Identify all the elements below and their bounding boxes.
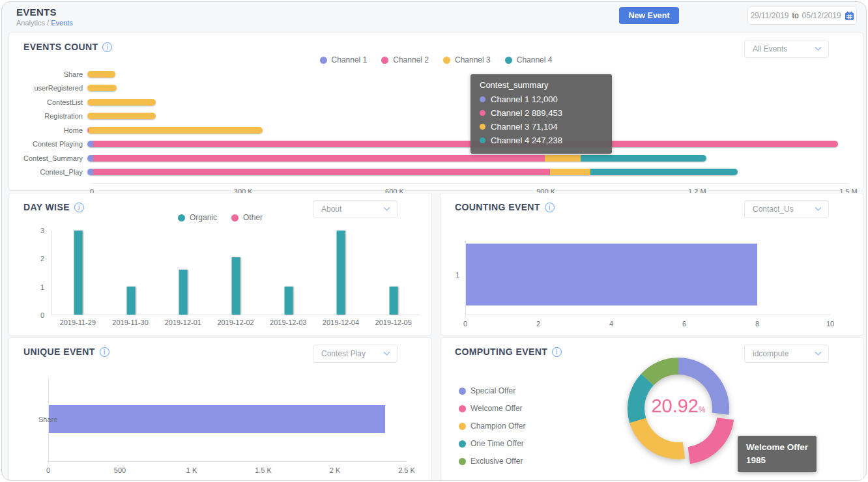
axis-tick-label: 2019-11-30 xyxy=(104,319,157,326)
bar-segment[interactable] xyxy=(87,141,93,147)
axis-tick-label: 1 xyxy=(40,283,44,291)
bar-category-label: Registration xyxy=(23,112,87,120)
tooltip-series-dot xyxy=(480,124,485,130)
axis-tick-label: 1 K xyxy=(186,466,197,474)
bar-column xyxy=(157,231,210,315)
panel-day-wise-title: DAY WISE i xyxy=(23,202,84,212)
counting-event-dropdown[interactable]: Contact_Us xyxy=(744,200,829,218)
bar-segment[interactable] xyxy=(87,99,156,106)
bar-segment[interactable] xyxy=(89,127,263,134)
bar-segment[interactable] xyxy=(590,169,738,175)
legend-item[interactable]: Special Offer xyxy=(459,386,526,395)
legend-label: Exclusive Offer xyxy=(470,457,523,466)
bar-segment[interactable] xyxy=(87,155,93,162)
legend-item[interactable]: Champion Offer xyxy=(459,421,526,431)
bar[interactable] xyxy=(337,231,345,315)
bar-category-label: Contest_Play xyxy=(23,168,87,176)
bar-track xyxy=(87,141,848,147)
axis-tick-label: 2 xyxy=(40,255,44,262)
axis-tick-label: 2019-12-04 xyxy=(315,319,368,326)
legend-label: Other xyxy=(243,213,263,222)
unique-event-dropdown[interactable]: Contest Play xyxy=(313,345,398,363)
bar-row: Contest Playing xyxy=(23,137,848,152)
bar-segment[interactable] xyxy=(87,169,93,175)
bar-column xyxy=(210,231,263,315)
donut-slice[interactable] xyxy=(629,418,685,459)
new-event-button[interactable]: New Event xyxy=(619,7,679,24)
bar-segment[interactable] xyxy=(87,113,156,119)
page-title: EVENTS xyxy=(16,7,57,18)
bar-segment[interactable] xyxy=(87,85,117,91)
legend-item[interactable]: Channel 4 xyxy=(505,55,553,64)
axis-tick-label: 2019-11-29 xyxy=(51,319,104,326)
legend-label: Channel 3 xyxy=(455,55,491,64)
stacked-bar[interactable] xyxy=(87,127,263,134)
bar-category-label: ContestList xyxy=(23,98,87,106)
legend-dot xyxy=(459,388,466,395)
legend-label: Welcome Offer xyxy=(470,404,523,413)
tooltip-series-dot xyxy=(480,137,485,143)
legend-item[interactable]: Exclusive Offer xyxy=(459,457,526,466)
stacked-bar[interactable] xyxy=(87,85,117,91)
panel-computing-event: COMPUTING EVENT i idcompute Special Offe… xyxy=(440,337,863,481)
bar-segment[interactable] xyxy=(550,169,590,175)
axis-tick-label: 1.5 K xyxy=(255,466,272,474)
tooltip-row: Channel 4 247,238 xyxy=(480,134,603,147)
breadcrumb-current[interactable]: Events xyxy=(51,19,73,27)
legend-dot xyxy=(178,214,185,221)
info-icon[interactable]: i xyxy=(545,203,555,212)
bar[interactable] xyxy=(74,231,83,315)
stacked-bar[interactable] xyxy=(87,155,706,162)
bar-track xyxy=(87,71,848,78)
bar-segment[interactable] xyxy=(93,141,838,147)
donut-slice[interactable] xyxy=(688,418,734,464)
bar[interactable] xyxy=(466,244,757,305)
tooltip-row-text: Channel 2 889,453 xyxy=(491,106,562,120)
panel-events-count: EVENTS COUNT i All Events Channel 1Chann… xyxy=(8,33,863,191)
chevron-down-icon xyxy=(384,348,390,355)
legend-label: Special Offer xyxy=(470,386,515,395)
stacked-bar[interactable] xyxy=(87,113,156,119)
bar-segment[interactable] xyxy=(87,71,115,78)
legend-item[interactable]: Channel 2 xyxy=(381,55,429,64)
computing-event-dropdown[interactable]: idcompute xyxy=(744,345,829,363)
legend-item[interactable]: One Time Offer xyxy=(459,439,526,448)
info-icon[interactable]: i xyxy=(102,42,112,52)
bar-track xyxy=(87,99,848,106)
events-count-legend: Channel 1Channel 2Channel 3Channel 4 xyxy=(9,55,863,64)
bar-segment[interactable] xyxy=(545,155,581,162)
bar-segment[interactable] xyxy=(93,169,550,175)
stacked-bar[interactable] xyxy=(87,169,738,175)
info-icon[interactable]: i xyxy=(74,203,84,212)
stacked-bar[interactable] xyxy=(87,71,115,78)
legend-item[interactable]: Welcome Offer xyxy=(459,404,526,413)
legend-item[interactable]: Other xyxy=(231,213,263,222)
bar-segment[interactable] xyxy=(581,155,706,162)
bar[interactable] xyxy=(389,287,398,315)
legend-item[interactable]: Channel 3 xyxy=(443,55,491,64)
axis-tick-label: 2019-12-03 xyxy=(262,319,315,326)
bar-column xyxy=(105,231,158,315)
unique-event-chart: Share xyxy=(48,377,407,462)
calendar-icon xyxy=(845,11,854,21)
axis-tick-label: 10 xyxy=(826,320,834,328)
bar[interactable] xyxy=(232,257,240,315)
stacked-bar[interactable] xyxy=(87,141,838,147)
bar[interactable] xyxy=(49,405,385,433)
panel-title-text: UNIQUE EVENT xyxy=(23,347,95,357)
bar-row: Contest_Play xyxy=(23,165,848,180)
bar[interactable] xyxy=(284,287,293,315)
info-icon[interactable]: i xyxy=(100,347,109,357)
legend-item[interactable]: Channel 1 xyxy=(320,55,368,64)
stacked-bar[interactable] xyxy=(87,99,156,106)
bar[interactable] xyxy=(126,287,135,315)
bar-segment[interactable] xyxy=(93,155,545,162)
legend-dot xyxy=(320,57,327,64)
date-range-picker[interactable]: 29/11/2019 to 05/12/2019 xyxy=(747,7,857,25)
tooltip-row-text: Channel 3 71,104 xyxy=(491,120,558,134)
breadcrumb-parent[interactable]: Analytics / xyxy=(16,19,49,27)
info-icon[interactable]: i xyxy=(552,347,562,357)
chevron-down-icon xyxy=(815,348,822,355)
bar[interactable] xyxy=(179,270,188,315)
legend-item[interactable]: Organic xyxy=(178,213,217,222)
